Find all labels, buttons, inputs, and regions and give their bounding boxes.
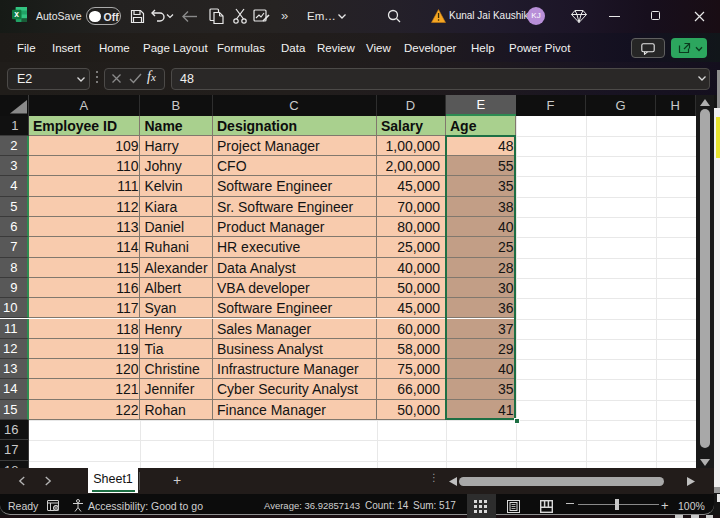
svg-text:x: x [14,9,19,19]
